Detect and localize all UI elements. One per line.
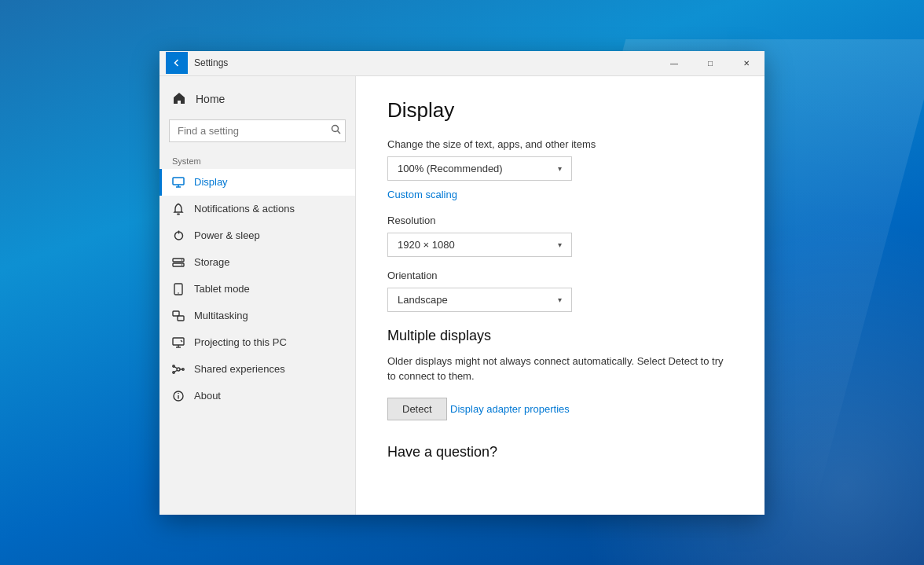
svg-point-0: [332, 126, 339, 132]
search-input[interactable]: [169, 119, 346, 142]
home-icon: [172, 92, 186, 107]
sidebar-item-tablet-label: Tablet mode: [194, 283, 250, 295]
sidebar-item-home[interactable]: Home: [160, 86, 355, 113]
scale-label: Change the size of text, apps, and other…: [387, 138, 733, 150]
orientation-dropdown[interactable]: Landscape ▾: [387, 288, 572, 312]
multiple-displays-title: Multiple displays: [387, 328, 733, 344]
multiple-displays-info: Older displays might not always connect …: [387, 354, 733, 384]
have-question-title: Have a question?: [387, 444, 733, 460]
sidebar-item-about-label: About: [194, 390, 221, 402]
svg-point-29: [178, 392, 179, 394]
sidebar-item-tablet[interactable]: Tablet mode: [160, 276, 355, 303]
titlebar-title: Settings: [194, 57, 656, 68]
sidebar-item-storage-label: Storage: [194, 256, 230, 268]
titlebar: Settings — □ ✕: [160, 51, 764, 76]
scale-value: 100% (Recommended): [398, 163, 503, 174]
content-area: Home System: [160, 76, 764, 515]
resolution-dropdown[interactable]: 1920 × 1080 ▾: [387, 233, 572, 257]
settings-window: Settings — □ ✕ Home: [160, 51, 764, 515]
orientation-label: Orientation: [387, 270, 733, 281]
sidebar-item-display-label: Display: [194, 176, 228, 188]
back-button[interactable]: [166, 52, 188, 74]
svg-rect-2: [173, 178, 184, 185]
custom-scaling-link[interactable]: Custom scaling: [387, 189, 457, 200]
multitasking-icon: [172, 310, 185, 322]
detect-button[interactable]: Detect: [387, 398, 447, 420]
sidebar-item-projecting[interactable]: Projecting to this PC: [160, 329, 355, 356]
notifications-icon: [172, 203, 185, 215]
sidebar-item-multitasking[interactable]: Multitasking: [160, 303, 355, 329]
sidebar-section-label: System: [160, 152, 355, 169]
svg-point-11: [182, 264, 183, 266]
tablet-icon: [172, 283, 185, 295]
shared-icon: [172, 363, 185, 376]
sidebar: Home System: [160, 76, 356, 515]
sidebar-item-power[interactable]: Power & sleep: [160, 222, 355, 249]
minimize-button[interactable]: —: [656, 51, 692, 76]
scale-dropdown-arrow: ▾: [558, 164, 562, 173]
orientation-value: Landscape: [398, 294, 448, 306]
window-controls: — □ ✕: [656, 51, 764, 75]
svg-point-10: [182, 259, 183, 261]
svg-rect-14: [173, 311, 179, 316]
orientation-dropdown-arrow: ▾: [558, 295, 562, 304]
resolution-dropdown-arrow: ▾: [558, 240, 562, 249]
sidebar-item-about[interactable]: About: [160, 383, 355, 409]
svg-line-1: [338, 131, 341, 134]
svg-rect-15: [178, 316, 184, 321]
sidebar-item-storage[interactable]: Storage: [160, 249, 355, 276]
power-icon: [172, 229, 185, 242]
sidebar-item-multitasking-label: Multitasking: [194, 310, 248, 321]
display-icon: [172, 176, 185, 189]
about-icon: [172, 390, 185, 402]
svg-point-20: [177, 368, 180, 371]
storage-icon: [172, 256, 185, 269]
scale-dropdown[interactable]: 100% (Recommended) ▾: [387, 156, 572, 181]
main-content: Display Change the size of text, apps, a…: [356, 76, 764, 515]
close-button[interactable]: ✕: [728, 51, 764, 76]
resolution-value: 1920 × 1080: [398, 239, 455, 251]
display-adapter-link[interactable]: Display adapter properties: [450, 403, 570, 415]
resolution-label: Resolution: [387, 215, 733, 226]
home-label: Home: [196, 93, 225, 105]
search-button[interactable]: [331, 124, 341, 137]
svg-point-13: [178, 292, 179, 294]
search-box: [169, 119, 346, 142]
svg-line-19: [181, 340, 182, 342]
maximize-button[interactable]: □: [692, 51, 728, 76]
sidebar-item-shared[interactable]: Shared experiences: [160, 356, 355, 383]
sidebar-item-power-label: Power & sleep: [194, 229, 260, 241]
page-title: Display: [387, 98, 733, 123]
sidebar-item-shared-label: Shared experiences: [194, 363, 285, 375]
projecting-icon: [172, 336, 185, 349]
sidebar-item-notifications[interactable]: Notifications & actions: [160, 196, 355, 222]
sidebar-item-display[interactable]: Display: [160, 169, 355, 196]
sidebar-item-notifications-label: Notifications & actions: [194, 203, 295, 215]
sidebar-item-projecting-label: Projecting to this PC: [194, 336, 287, 348]
